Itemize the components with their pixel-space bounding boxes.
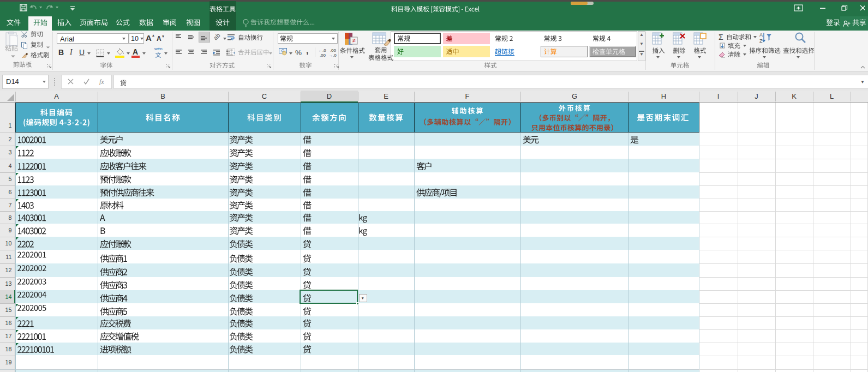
svg-text:Z: Z <box>759 38 763 44</box>
svg-text:fx: fx <box>99 79 104 85</box>
svg-text:≠: ≠ <box>352 37 355 44</box>
svg-text:A: A <box>759 32 763 38</box>
